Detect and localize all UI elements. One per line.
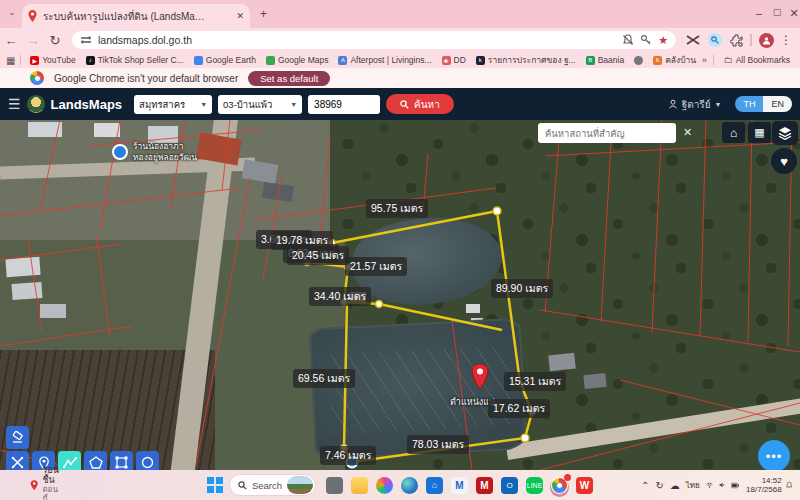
toolbar-divider — [750, 34, 752, 46]
apps-grid-icon[interactable]: ▦ — [6, 55, 15, 66]
landsmaps-header: ☰ LandsMaps สมุทรสาคร▼ 03-บ้านแพ้ว▼ ค้นห… — [0, 88, 800, 120]
tab-favicon-pin-icon — [28, 10, 37, 22]
file-explorer-icon[interactable] — [351, 477, 368, 494]
tab-close-icon[interactable]: ✕ — [236, 11, 244, 21]
screen: ⌄ ระบบค้นหารูปแปลงที่ดิน (LandsMa… ✕ + –… — [0, 0, 800, 500]
poi-blue-icon[interactable] — [112, 144, 128, 160]
search-extension-icon[interactable] — [708, 33, 722, 47]
m-app-icon[interactable]: M — [451, 477, 468, 494]
bookmark-label: คลังบ้าน — [665, 53, 696, 67]
reload-icon[interactable]: ↻ — [44, 33, 66, 48]
district-value: 03-บ้านแพ้ว — [223, 97, 272, 112]
bookmark-item[interactable]: Google Earth — [190, 55, 260, 65]
edge-icon[interactable] — [401, 477, 418, 494]
taskbar-desktop-icon[interactable] — [326, 477, 343, 494]
bookmark-favicon — [194, 56, 203, 65]
tray-sync-icon[interactable]: ↻ — [655, 480, 663, 491]
all-bookmarks-button[interactable]: 🗀 All Bookmarks — [720, 55, 794, 65]
bookmark-item[interactable]: Kคลังบ้าน — [649, 53, 698, 67]
bookmark-items: ▶YouTube♪TikTok Shop Seller C...Google E… — [26, 53, 698, 67]
window-minimize-button[interactable]: – — [752, 7, 766, 19]
windows-start-button[interactable] — [207, 477, 223, 493]
landsmaps-logo — [27, 95, 45, 113]
site-info-icon[interactable] — [80, 34, 92, 46]
satellite-map[interactable]: ร้านน้องอาภา ทองอยู่พลอยวัฒน ตำแหน่งแป 9… — [0, 120, 800, 470]
bookmark-item[interactable]: kรายการประกาศของ ฐ... — [472, 53, 580, 67]
outlook-icon[interactable]: O — [501, 477, 518, 494]
bookmark-item[interactable]: ♪TikTok Shop Seller C... — [82, 55, 188, 65]
circle-icon — [141, 456, 154, 469]
bookmark-favicon — [266, 56, 275, 65]
passkey-icon[interactable] — [640, 34, 652, 46]
bookmark-label: Baania — [598, 55, 624, 65]
bookmark-label: รายการประกาศของ ฐ... — [488, 53, 576, 67]
search-icon — [400, 100, 409, 109]
forward-icon[interactable]: → — [22, 33, 44, 48]
bookmark-item[interactable]: ▶YouTube — [26, 55, 79, 65]
new-tab-button[interactable]: + — [260, 7, 267, 21]
weather-widget[interactable]: ร้อนชื้น ตอนนี้ — [30, 465, 62, 500]
chrome-taskbar-icon[interactable] — [551, 477, 568, 494]
window-maximize-button[interactable]: ▢ — [770, 7, 784, 17]
back-icon[interactable]: ← — [0, 33, 22, 48]
tool-polygon-button[interactable] — [84, 451, 107, 470]
tab-search-chevron-icon[interactable]: ⌄ — [8, 7, 16, 17]
tool-measure-button[interactable] — [6, 451, 29, 470]
address-bar[interactable]: landsmaps.dol.go.th ★ — [72, 31, 676, 49]
hamburger-menu-icon[interactable]: ☰ — [8, 96, 21, 112]
cast-icon[interactable] — [686, 34, 700, 46]
menu-kebab-icon[interactable]: ⋮ — [780, 33, 792, 47]
bookmark-item[interactable]: BBaania — [582, 55, 628, 65]
browser-tab[interactable]: ระบบค้นหารูปแปลงที่ดิน (LandsMa… ✕ — [22, 4, 250, 28]
bookmark-star-icon[interactable]: ★ — [658, 35, 668, 45]
battery-icon[interactable] — [731, 481, 739, 490]
set-as-default-button[interactable]: Set as default — [248, 71, 330, 86]
bookmark-item[interactable] — [630, 56, 647, 65]
taskbar-clock[interactable]: 14:52 18/7/2568 — [746, 476, 782, 494]
map-grid-button[interactable]: ▦ — [748, 122, 771, 143]
province-select[interactable]: สมุทรสาคร▼ — [134, 95, 212, 114]
district-select[interactable]: 03-บ้านแพ้ว▼ — [218, 95, 302, 114]
bookmarks-overflow-chevron[interactable]: » — [702, 55, 707, 65]
bookmark-item[interactable]: Google Maps — [262, 55, 333, 65]
measurement-label: 15.31 เมตร — [504, 372, 566, 391]
taskbar-search[interactable]: Search — [229, 474, 316, 496]
lang-th-button[interactable]: TH — [735, 96, 763, 112]
window-close-button[interactable]: ✕ — [787, 7, 800, 20]
chat-fab-button[interactable]: ••• — [758, 440, 790, 470]
map-layers-button[interactable] — [772, 121, 798, 145]
wps-icon[interactable]: W — [576, 477, 593, 494]
measurement-label: 95.75 เมตร — [366, 199, 428, 218]
tool-circle-button[interactable] — [136, 451, 159, 470]
bookmark-label: DD — [454, 55, 466, 65]
tool-eraser-button[interactable] — [6, 426, 29, 449]
extensions-puzzle-icon[interactable] — [730, 34, 743, 47]
header-search-button[interactable]: ค้นหา — [386, 94, 454, 114]
tray-expand-icon[interactable]: ⌃ — [641, 480, 649, 491]
profile-avatar[interactable] — [759, 33, 774, 48]
notifications-blocked-icon[interactable] — [622, 34, 634, 46]
bookmark-favicon: ♪ — [86, 56, 95, 65]
bookmark-item[interactable]: ❀DD — [438, 55, 470, 65]
parcel-number-input[interactable] — [308, 95, 380, 114]
map-home-button[interactable]: ⌂ — [722, 122, 745, 143]
wifi-icon[interactable] — [706, 480, 713, 490]
province-value: สมุทรสาคร — [139, 97, 185, 112]
tool-rectangle-button[interactable] — [110, 451, 133, 470]
lang-en-button[interactable]: EN — [763, 96, 792, 112]
tray-cloud-icon[interactable]: ☁ — [670, 480, 680, 491]
search-icon — [238, 481, 247, 490]
bookmark-item[interactable]: AAfterpost | Livingins... — [334, 55, 435, 65]
mcafee-icon[interactable]: M — [476, 477, 493, 494]
volume-icon[interactable] — [719, 480, 725, 490]
tray-language-indicator[interactable]: ไทย — [686, 479, 700, 492]
map-search-input[interactable] — [538, 123, 676, 143]
notification-bell-icon[interactable] — [786, 479, 792, 491]
map-favorite-button[interactable]: ♥ — [771, 148, 797, 174]
line-icon[interactable]: LINE — [526, 477, 543, 494]
map-search-clear-icon[interactable]: ✕ — [683, 126, 692, 139]
photos-icon[interactable] — [376, 477, 393, 494]
browser-tabstrip: ⌄ ระบบค้นหารูปแปลงที่ดิน (LandsMa… ✕ + –… — [0, 0, 800, 28]
microsoft-store-icon[interactable]: ⌂ — [426, 477, 443, 494]
user-menu[interactable]: ฐิตารีย์ ▼ — [668, 97, 722, 112]
